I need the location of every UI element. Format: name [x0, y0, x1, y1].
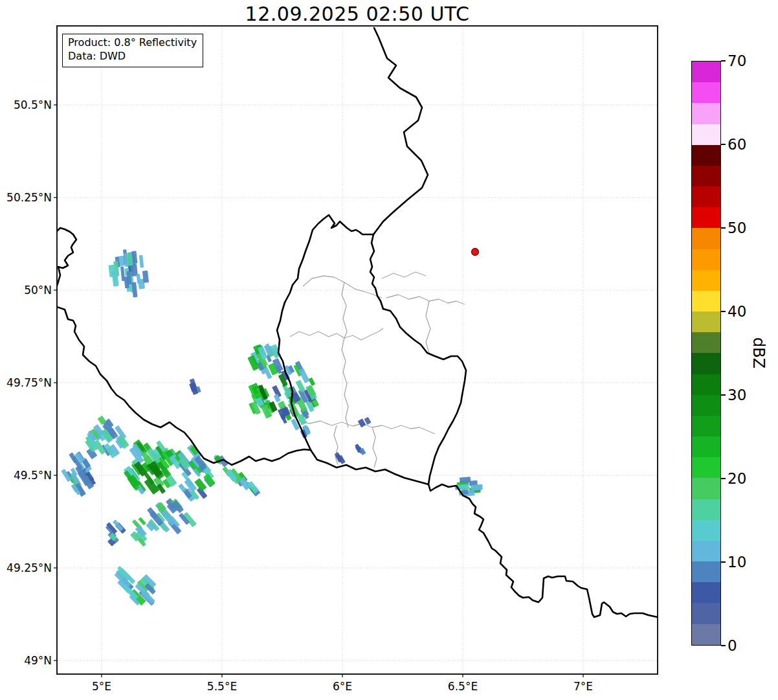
colorbar-segment: [692, 436, 720, 457]
colorbar-tick-mark: [721, 645, 726, 646]
colorbar-segment: [692, 332, 720, 353]
colorbar-segment: [692, 624, 720, 645]
country-border-luxembourg-south: [311, 450, 428, 484]
colorbar-tick-mark: [721, 311, 726, 311]
colorbar-tick-label: 50: [728, 220, 746, 236]
colorbar-tick-label: 70: [728, 52, 746, 69]
country-border-belgium-germany: [373, 28, 428, 234]
colorbar-segment: [692, 270, 720, 291]
admin-border-line: [372, 427, 377, 468]
product-line: Product: 0.8° Reflectivity: [68, 36, 197, 50]
colorbar-tick-label: 20: [728, 470, 746, 487]
colorbar-segment: [692, 582, 720, 603]
admin-border-line: [426, 301, 430, 353]
product-info-box: Product: 0.8° Reflectivity Data: DWD: [62, 34, 203, 67]
colorbar-reflectivity-scale: [691, 61, 721, 646]
admin-border-line: [342, 282, 347, 338]
colorbar-tick-mark: [721, 561, 726, 562]
colorbar-segment: [692, 291, 720, 311]
colorbar-segment: [692, 311, 720, 332]
colorbar-tick-label: 60: [728, 136, 746, 153]
colorbar-tick-label: 40: [728, 303, 746, 320]
colorbar-segment: [692, 561, 720, 582]
colorbar-segment: [692, 228, 720, 249]
colorbar-tick-mark: [721, 227, 726, 228]
lat-tick-label: 49.5°N: [0, 468, 52, 482]
colorbar-tick-mark: [721, 60, 726, 61]
colorbar-segment: [692, 145, 720, 166]
colorbar-segment: [692, 166, 720, 186]
colorbar-segment: [692, 353, 720, 374]
admin-border-line: [382, 272, 426, 278]
data-source-line: Data: DWD: [68, 50, 197, 63]
colorbar-tick-label: 0: [728, 637, 737, 654]
lat-tick-label: 50.25°N: [0, 190, 52, 205]
colorbar-segment: [692, 457, 720, 478]
country-border-luxembourg-moselle: [428, 395, 462, 484]
lon-tick-label: 6°E: [313, 679, 372, 694]
colorbar-tick-mark: [721, 144, 726, 144]
lat-tick-label: 49.75°N: [0, 376, 52, 390]
colorbar-segment: [692, 478, 720, 499]
radar-figure: 12.09.2025 02:50 UTC Product: 0.8° Refle…: [0, 0, 778, 700]
lat-tick-label: 50.5°N: [0, 98, 52, 112]
colorbar-tick-mark: [721, 394, 726, 395]
lon-tick-label: 5.5°E: [193, 679, 251, 694]
colorbar-segment: [692, 249, 720, 270]
radar-map-canvas: [0, 0, 778, 700]
country-border-luxembourg-north: [285, 215, 373, 302]
colorbar-tick-label: 30: [728, 387, 746, 403]
admin-border-line: [290, 328, 383, 340]
colorbar-segment: [692, 186, 720, 207]
lat-tick-label: 50°N: [0, 283, 52, 297]
colorbar-segment: [692, 520, 720, 541]
colorbar-unit-label: dBZ: [750, 337, 768, 368]
colorbar-segment: [692, 124, 720, 145]
lon-tick-label: 6.5°E: [434, 679, 492, 694]
colorbar-segment: [692, 541, 720, 561]
colorbar-segment: [692, 395, 720, 416]
colorbar-segment: [692, 82, 720, 103]
colorbar-tick-mark: [721, 478, 726, 479]
lon-tick-label: 7°E: [554, 679, 612, 694]
colorbar-tick-label: 10: [728, 554, 746, 570]
colorbar-segment: [692, 207, 720, 228]
lat-tick-label: 49.25°N: [0, 561, 52, 575]
colorbar-segment: [692, 499, 720, 520]
colorbar-segment: [692, 416, 720, 436]
colorbar-segment: [692, 603, 720, 624]
lon-tick-label: 5°E: [72, 679, 131, 694]
colorbar-segment: [692, 103, 720, 124]
colorbar-segment: [692, 62, 720, 82]
colorbar-segment: [692, 374, 720, 395]
country-border-luxembourg-east-sauer: [383, 309, 466, 395]
country-border-givet-salient: [55, 228, 76, 289]
admin-border-line: [386, 295, 465, 304]
lat-tick-label: 49°N: [0, 653, 52, 668]
radar-site-marker: [472, 249, 479, 256]
